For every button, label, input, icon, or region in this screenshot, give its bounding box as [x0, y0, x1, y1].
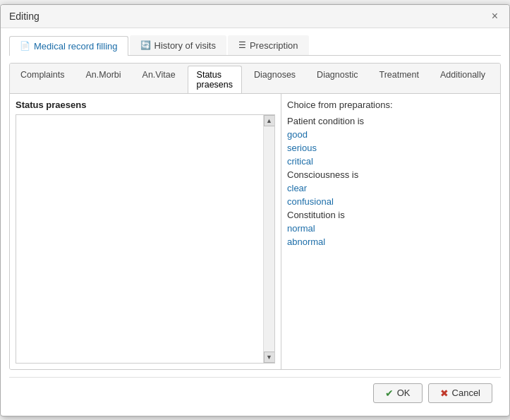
choice-item-2[interactable]: serious [287, 141, 494, 155]
cancel-button[interactable]: ✖ Cancel [428, 383, 492, 403]
ok-label: OK [397, 388, 411, 398]
tab-medical-record[interactable]: 📄 Medical record filling [9, 36, 128, 56]
subtab-diagnoses[interactable]: Diagnoses [245, 66, 305, 93]
tab-history-label: History of visits [154, 40, 216, 51]
history-icon: 🔄 [140, 40, 151, 50]
tab-medical-record-label: Medical record filling [34, 41, 118, 52]
scroll-up-arrow[interactable]: ▲ [264, 115, 275, 126]
titlebar: Editing × [1, 5, 509, 28]
subtab-status-praesens[interactable]: Status praesens [188, 66, 242, 93]
prescription-icon: ☰ [238, 40, 246, 50]
dialog-footer: ✔ OK ✖ Cancel [9, 377, 501, 409]
dialog-title: Editing [9, 11, 40, 22]
tab-prescription-label: Prescription [250, 40, 298, 51]
medical-record-icon: 📄 [20, 41, 30, 51]
choice-item-7: Constitution is [287, 208, 494, 222]
left-panel: Status praesens ▲ ▼ [10, 94, 281, 369]
cancel-icon: ✖ [440, 388, 449, 399]
subtab-an-vitae[interactable]: An.Vitae [133, 66, 185, 93]
panel-label: Status praesens [16, 100, 275, 110]
sub-tabs: Complaints An.Morbi An.Vitae Status prae… [10, 64, 500, 94]
status-praesens-textarea[interactable] [16, 115, 274, 363]
choice-label: Choice from preparations: [287, 100, 494, 110]
choice-item-1[interactable]: good [287, 128, 494, 141]
choice-item-0: Patient condition is [287, 114, 494, 128]
subtab-complaints[interactable]: Complaints [11, 66, 74, 93]
subtab-an-morbi[interactable]: An.Morbi [77, 66, 130, 93]
right-panel: Choice from preparations: Patient condit… [281, 94, 500, 369]
close-button[interactable]: × [489, 11, 501, 22]
scroll-down-arrow[interactable]: ▼ [264, 352, 275, 363]
content-area: Complaints An.Morbi An.Vitae Status prae… [9, 63, 501, 370]
choice-item-8[interactable]: normal [287, 222, 494, 235]
editing-dialog: Editing × 📄 Medical record filling 🔄 His… [0, 4, 510, 416]
subtab-result[interactable]: Result [497, 66, 501, 93]
scrollbar-thumb-area [264, 126, 274, 352]
ok-icon: ✔ [385, 388, 394, 399]
dialog-body: 📄 Medical record filling 🔄 History of vi… [1, 28, 509, 416]
text-area-wrapper: ▲ ▼ [16, 114, 275, 364]
choice-item-4: Consciousness is [287, 168, 494, 181]
cancel-label: Cancel [452, 388, 480, 398]
choice-item-6[interactable]: confusional [287, 195, 494, 208]
tab-history-of-visits[interactable]: 🔄 History of visits [130, 35, 226, 55]
choice-item-9[interactable]: abnormal [287, 235, 494, 248]
subtab-treatment[interactable]: Treatment [370, 66, 428, 93]
subtab-diagnostic[interactable]: Diagnostic [308, 66, 367, 93]
ok-button[interactable]: ✔ OK [373, 383, 423, 403]
main-pane: Status praesens ▲ ▼ Choice from preparat… [10, 94, 500, 369]
top-tabs: 📄 Medical record filling 🔄 History of vi… [9, 35, 501, 56]
choice-item-5[interactable]: clear [287, 181, 494, 195]
choice-item-3[interactable]: critical [287, 155, 494, 168]
subtab-additionally[interactable]: Additionally [431, 66, 494, 93]
tab-prescription[interactable]: ☰ Prescription [228, 35, 309, 55]
scrollbar: ▲ ▼ [263, 115, 274, 363]
